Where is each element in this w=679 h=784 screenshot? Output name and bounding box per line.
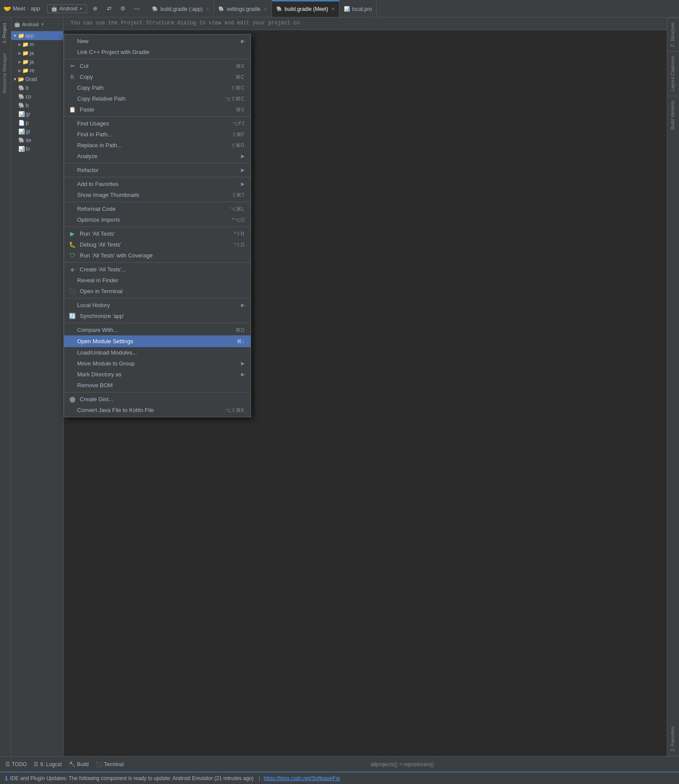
sidebar-item-z-structure[interactable]: Z: Structure <box>667 17 679 51</box>
menu-kotlin-label: Convert Java File to Kotlin File <box>77 407 222 413</box>
sidebar-item-resource-manager[interactable]: Resource Manager <box>0 49 11 97</box>
menu-item-move-group[interactable]: Move Module to Group ▶ <box>64 358 251 369</box>
terminal-bottom-icon: ⬛ <box>96 761 102 767</box>
logcat-btn[interactable]: ☰ 6: Logcat <box>34 761 61 767</box>
tree-item-gr1[interactable]: 📊 gr <box>11 110 63 118</box>
copy-rel-shortcut: ⌥⇧⌘C <box>225 96 244 102</box>
close-icon-2[interactable]: ✕ <box>264 7 267 11</box>
menu-item-local-history[interactable]: Local History ▶ <box>64 300 251 311</box>
minus-btn[interactable]: — <box>131 3 143 14</box>
tab4-label: local.pro <box>352 6 372 12</box>
mark-dir-arrow: ▶ <box>241 372 244 377</box>
tree-item-re[interactable]: ▶ 📁 re <box>11 66 63 75</box>
close-icon-3[interactable]: ✕ <box>331 7 335 11</box>
optimize-shortcut: ^⌥O <box>232 217 244 223</box>
menu-item-cut[interactable]: ✂ Cut ⌘X <box>64 61 251 71</box>
menu-item-debug-tests[interactable]: 🐛 Debug 'All Tests' ^⇧D <box>64 239 251 250</box>
menu-item-new[interactable]: New ▶ <box>64 36 251 47</box>
menu-item-mark-dir[interactable]: Mark Directory as ▶ <box>64 369 251 380</box>
menu-item-optimize[interactable]: Optimize Imports ^⌥O <box>64 214 251 225</box>
menu-item-load-modules[interactable]: Load/Unload Modules... <box>64 347 251 358</box>
gear-btn[interactable]: ⚙ <box>117 3 129 14</box>
menu-item-copy[interactable]: ⎘ Copy ⌘C <box>64 71 251 82</box>
notification-link[interactable]: https://blog.csdn.net/SoftpaseFar <box>264 775 340 781</box>
notification-bar: ℹ IDE and Plugin Updates: The following … <box>0 772 679 784</box>
file-icon-gr1: 📊 <box>18 111 25 117</box>
menu-item-favorites[interactable]: Add to Favorites ▶ <box>64 179 251 189</box>
menu-item-link-cpp[interactable]: Link C++ Project with Gradle <box>64 47 251 57</box>
tree-item-ja1[interactable]: ▶ 📁 ja <box>11 49 63 57</box>
menu-item-copy-path[interactable]: Copy Path ⇧⌘C <box>64 82 251 93</box>
menu-item-remove-bom[interactable]: Remove BOM <box>64 380 251 391</box>
arrows-btn[interactable]: ⇄ <box>103 3 115 14</box>
menu-item-replace-path[interactable]: Replace in Path... ⇧⌘R <box>64 140 251 151</box>
tree-item-gr2[interactable]: 📊 gr <box>11 127 63 136</box>
logcat-label: 6: Logcat <box>40 761 61 767</box>
menu-item-reformat[interactable]: Reformat Code ⌥⌘L <box>64 203 251 214</box>
menu-item-refactor[interactable]: Refactor ▶ <box>64 165 251 176</box>
sidebar-item-project[interactable]: 1: Project <box>0 19 11 47</box>
sidebar-item-layout-captures[interactable]: Layout Captures <box>667 51 679 96</box>
favorites-arrow: ▶ <box>241 181 244 187</box>
local-history-arrow: ▶ <box>241 302 244 308</box>
menu-mark-dir-label: Mark Directory as <box>77 371 238 378</box>
tab-build-gradle-app[interactable]: 🐘 build.gradle (:app) ✕ <box>148 0 214 17</box>
tab2-label: settings.gradle <box>227 6 261 12</box>
globe-btn[interactable]: ⊕ <box>89 3 101 14</box>
tree-item-b2[interactable]: 🐘 b <box>11 101 63 110</box>
find-usages-shortcut: ⌥F7 <box>232 121 244 127</box>
folder-icon-ja1: 📁 <box>22 50 29 56</box>
tree-item-p[interactable]: 📄 p <box>11 118 63 127</box>
tree-item-co[interactable]: 🐘 co <box>11 92 63 101</box>
android-tree-label: Android <box>22 22 39 27</box>
copy-shortcut: ⌘C <box>235 74 244 80</box>
menu-item-reveal[interactable]: Reveal in Finder <box>64 275 251 286</box>
menu-link-cpp-label: Link C++ Project with Gradle <box>77 49 149 55</box>
menu-item-copy-rel-path[interactable]: Copy Relative Path ⌥⇧⌘C <box>64 93 251 104</box>
menu-item-terminal[interactable]: ⬛ Open in Terminal <box>64 286 251 297</box>
menu-item-gist[interactable]: ⬤ Create Gist... <box>64 394 251 405</box>
tree-item-b1[interactable]: 🐘 b <box>11 84 63 92</box>
menu-item-paste[interactable]: 📋 Paste ⌘V <box>64 104 251 115</box>
tree-item-lo[interactable]: 📊 lo <box>11 145 63 153</box>
todo-btn[interactable]: ☰ TODO <box>5 761 27 767</box>
menu-item-analyze[interactable]: Analyze ▶ <box>64 151 251 162</box>
tab-settings-gradle[interactable]: 🐘 settings.gradle ✕ <box>214 0 272 17</box>
android-dropdown[interactable]: 🤖 Android ▼ <box>47 4 87 13</box>
tree-ja1-label: ja <box>30 50 34 56</box>
tree-m-label: m <box>30 41 34 47</box>
terminal-btn[interactable]: ⬛ Terminal <box>96 761 124 767</box>
chevron-down-icon-tree: ▼ <box>41 22 44 27</box>
menu-item-find-path[interactable]: Find in Path... ⇧⌘F <box>64 129 251 140</box>
menu-favorites-label: Add to Favorites <box>77 181 238 187</box>
menu-item-compare[interactable]: Compare With... ⌘D <box>64 324 251 335</box>
sidebar-item-favorites[interactable]: 2: Favorites <box>667 722 679 756</box>
thumbnails-shortcut: ⇧⌘T <box>232 192 244 198</box>
menu-item-coverage[interactable]: 🛡 Run 'All Tests' with Coverage <box>64 250 251 261</box>
tab-local-pro[interactable]: 📊 local.pro <box>340 0 377 17</box>
code-breadcrumb: allprojects{} > repositories{} <box>370 761 434 767</box>
menu-item-find-usages[interactable]: Find Usages ⌥F7 <box>64 118 251 129</box>
menu-item-thumbnails[interactable]: Show Image Thumbnails ⇧⌘T <box>64 189 251 200</box>
tree-item-ja2[interactable]: ▶ 📁 ja <box>11 57 63 66</box>
build-btn[interactable]: 🔨 Build <box>69 761 89 767</box>
menu-item-sync[interactable]: 🔄 Synchronize 'app' <box>64 311 251 321</box>
menu-coverage-label: Run 'All Tests' with Coverage <box>80 252 244 259</box>
sidebar-item-build-variants[interactable]: Build Variants <box>667 96 679 134</box>
close-icon[interactable]: ✕ <box>206 7 209 11</box>
tree-b1-label: b <box>26 85 29 91</box>
menu-item-create-tests[interactable]: ◈ Create 'All Tests'... <box>64 264 251 275</box>
tab-build-gradle-meet[interactable]: 🐘 build.gradle (Meet) ✕ <box>272 0 340 17</box>
tree-item-se[interactable]: 🐘 se <box>11 136 63 145</box>
menu-reveal-label: Reveal in Finder <box>77 277 244 284</box>
menu-item-module-settings[interactable]: Open Module Settings ⌘↓ <box>64 335 251 347</box>
tree-item-grad[interactable]: ▼ 📂 Grad <box>11 75 63 84</box>
menu-load-modules-label: Load/Unload Modules... <box>77 349 244 356</box>
tree-item-app[interactable]: ▼ 📁 app <box>11 31 63 40</box>
notification-text: IDE and Plugin Updates: The following co… <box>10 775 254 781</box>
tree-item-m[interactable]: ▶ 📁 m <box>11 40 63 49</box>
menu-item-kotlin[interactable]: Convert Java File to Kotlin File ⌥⇧⌘K <box>64 405 251 416</box>
menu-run-label: Run 'All Tests' <box>80 230 231 237</box>
debug-shortcut: ^⇧D <box>234 242 244 248</box>
menu-item-run-tests[interactable]: ▶ Run 'All Tests' ^⇧R <box>64 228 251 239</box>
